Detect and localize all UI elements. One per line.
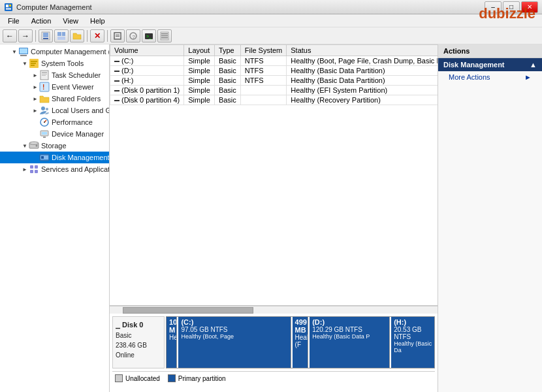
tree-node-root[interactable]: ▼ Computer Management (Local) (0, 46, 109, 57)
expand-icon: ► (31, 83, 39, 91)
computer-icon (18, 46, 29, 57)
delete-button[interactable]: ✕ (90, 29, 104, 42)
menu-bar: File Action View Help (0, 14, 542, 27)
tree-node-disk-management[interactable]: Disk Management (0, 152, 109, 163)
forward-button[interactable]: → (18, 29, 33, 42)
up-button[interactable] (39, 29, 53, 42)
svg-rect-31 (42, 75, 46, 76)
table-row[interactable]: (H:) Simple Basic NTFS Healthy (Basic Da… (110, 76, 438, 86)
cell-type: Basic (214, 56, 240, 66)
tree-node-storage[interactable]: ▼ Storage (0, 140, 109, 152)
menu-action[interactable]: Action (26, 16, 57, 26)
actions-more-actions[interactable]: More Actions ► (438, 71, 542, 83)
tree-node-device-manager[interactable]: Device Manager (0, 128, 109, 140)
help-button[interactable]: ? (126, 29, 140, 42)
partition-detail: Healthy (Basic Data P (312, 333, 387, 340)
col-volume[interactable]: Volume (110, 45, 184, 56)
partition-name: (D:) (312, 318, 387, 326)
actions-header: Actions (438, 44, 542, 58)
svg-text:!: ! (42, 84, 44, 91)
svg-rect-27 (31, 65, 35, 66)
partition-detail: Healthy (Boot, Page (181, 333, 287, 340)
partition[interactable]: (H:) 20.53 GB NTFS Healthy (Basic Da (391, 317, 435, 368)
disk-0-row: ⎯ Disk 0 Basic 238.46 GB Online 100 M He… (112, 316, 435, 368)
properties-button[interactable] (110, 29, 125, 42)
menu-help[interactable]: Help (85, 16, 110, 26)
system-tools-icon (29, 58, 39, 69)
toolbar-separator-3 (107, 30, 108, 42)
col-type[interactable]: Type (214, 45, 240, 56)
cell-filesystem (240, 95, 286, 105)
local-users-label: Local Users and Groups (52, 106, 110, 114)
window-title: Computer Management (16, 3, 485, 11)
partition[interactable]: 499 MB Healthy (F (293, 317, 309, 368)
cell-layout: Simple (184, 66, 215, 76)
disk-visual-area: ⎯ Disk 0 Basic 238.46 GB Online 100 M He… (110, 314, 438, 392)
expand-icon (31, 118, 39, 126)
table-row[interactable]: (Disk 0 partition 1) Simple Basic Health… (110, 86, 438, 95)
close-button[interactable]: ✕ (521, 1, 538, 13)
config-button[interactable] (157, 29, 172, 42)
scrollbar-thumb[interactable] (123, 307, 253, 314)
cell-volume: (Disk 0 partition 1) (110, 86, 184, 95)
cell-volume: (D:) (110, 66, 184, 76)
svg-rect-39 (42, 132, 47, 135)
tree-node-shared-folders[interactable]: ► Shared Folders (0, 93, 109, 105)
svg-text:>_: >_ (146, 34, 151, 39)
show-button[interactable] (54, 29, 69, 42)
col-layout[interactable]: Layout (184, 45, 215, 56)
legend-unallocated-box (115, 374, 123, 382)
svg-rect-7 (57, 32, 61, 36)
partition-sub: 20.53 GB NTFS (394, 326, 435, 340)
cell-status: Healthy (Basic Data Partition) (287, 76, 438, 86)
expand-icon-storage: ▼ (21, 142, 29, 150)
legend-primary-box (168, 374, 176, 382)
cell-type: Basic (214, 76, 240, 86)
svg-rect-50 (35, 170, 38, 173)
actions-section-disk-management[interactable]: Disk Management ▲ (438, 58, 542, 71)
table-row[interactable]: (D:) Simple Basic NTFS Healthy (Basic Da… (110, 66, 438, 76)
partition-sub: 97.05 GB NTFS (181, 326, 287, 333)
maximize-button[interactable]: □ (503, 1, 520, 13)
cell-filesystem: NTFS (240, 76, 286, 86)
disk-0-size: 238.46 GB (116, 340, 161, 350)
cell-layout: Simple (184, 56, 215, 66)
tree-node-services[interactable]: ► Services and Applications (0, 163, 109, 175)
partition[interactable]: (C:) 97.05 GB NTFS Healthy (Boot, Page (178, 317, 291, 368)
event-viewer-label: Event Viewer (52, 83, 94, 91)
col-filesystem[interactable]: File System (240, 45, 286, 56)
main-layout: ▼ Computer Management (Local) ▼ System T… (0, 44, 542, 392)
svg-point-42 (29, 142, 39, 144)
tree-node-system-tools[interactable]: ▼ System Tools (0, 57, 109, 69)
minimize-button[interactable]: – (485, 1, 502, 13)
cell-type: Basic (214, 95, 240, 105)
tree-node-task-scheduler[interactable]: ► Task Scheduler (0, 69, 109, 81)
event-viewer-icon: ! (39, 82, 50, 92)
legend-unallocated-label: Unallocated (125, 375, 160, 382)
tree-node-performance[interactable]: Performance (0, 116, 109, 128)
cell-type: Basic (214, 86, 240, 95)
root-label: Computer Management (Local) (31, 48, 110, 56)
table-row[interactable]: (C:) Simple Basic NTFS Healthy (Boot, Pa… (110, 56, 438, 66)
tree-node-event-viewer[interactable]: ► ! Event Viewer (0, 81, 109, 93)
svg-point-34 (41, 106, 45, 110)
col-status[interactable]: Status (287, 45, 438, 56)
back-button[interactable]: ← (3, 29, 17, 42)
svg-rect-22 (20, 55, 27, 56)
menu-view[interactable]: View (57, 16, 84, 26)
folder-button[interactable] (70, 29, 84, 42)
cmd-button[interactable]: >_ (142, 29, 156, 42)
tree-node-local-users[interactable]: ► Local Users and Groups (0, 105, 109, 116)
partition[interactable]: 100 M Health (167, 317, 177, 368)
device-manager-label: Device Manager (52, 130, 104, 138)
expand-icon (31, 154, 39, 161)
svg-text:?: ? (133, 33, 136, 39)
more-actions-label: More Actions (449, 73, 490, 81)
partition[interactable]: (D:) 120.29 GB NTFS Healthy (Basic Data … (310, 317, 390, 368)
horizontal-scrollbar[interactable] (110, 306, 438, 314)
svg-rect-20 (161, 37, 168, 39)
cell-type: Basic (214, 66, 240, 76)
table-row[interactable]: (Disk 0 partition 4) Simple Basic Health… (110, 95, 438, 105)
disk-0-name: ⎯ Disk 0 (116, 319, 161, 331)
menu-file[interactable]: File (3, 16, 25, 26)
